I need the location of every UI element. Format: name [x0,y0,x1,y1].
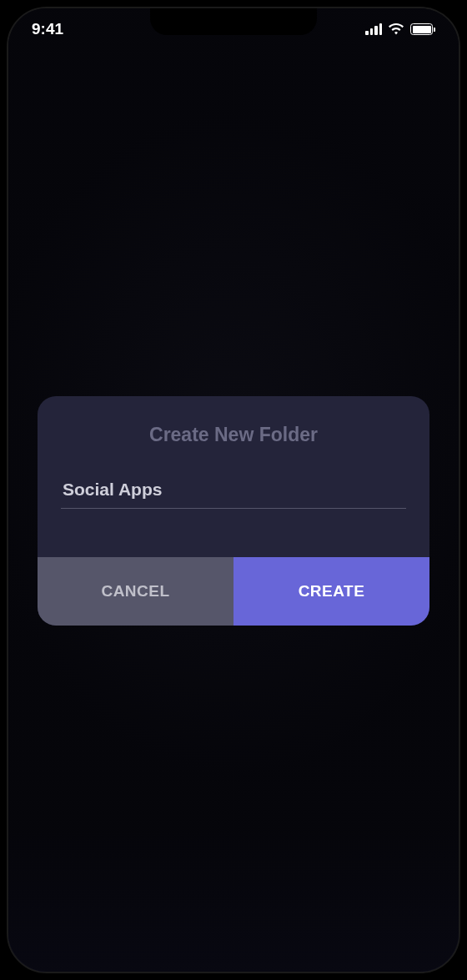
phone-frame: 9:41 [7,7,460,973]
create-button[interactable]: CREATE [234,557,429,626]
folder-name-input[interactable] [61,471,406,509]
screen: 9:41 [8,8,459,972]
cellular-signal-icon [365,23,382,35]
notch [150,8,317,35]
modal-body [38,465,429,557]
modal-title: Create New Folder [61,424,406,446]
status-time: 9:41 [32,20,63,38]
wifi-icon [388,23,404,36]
create-folder-modal: Create New Folder CANCEL CREATE [38,396,429,626]
cancel-button[interactable]: CANCEL [38,557,234,626]
battery-icon [410,23,435,35]
modal-header: Create New Folder [38,396,429,465]
modal-actions: CANCEL CREATE [38,557,429,626]
status-icons [365,23,435,36]
